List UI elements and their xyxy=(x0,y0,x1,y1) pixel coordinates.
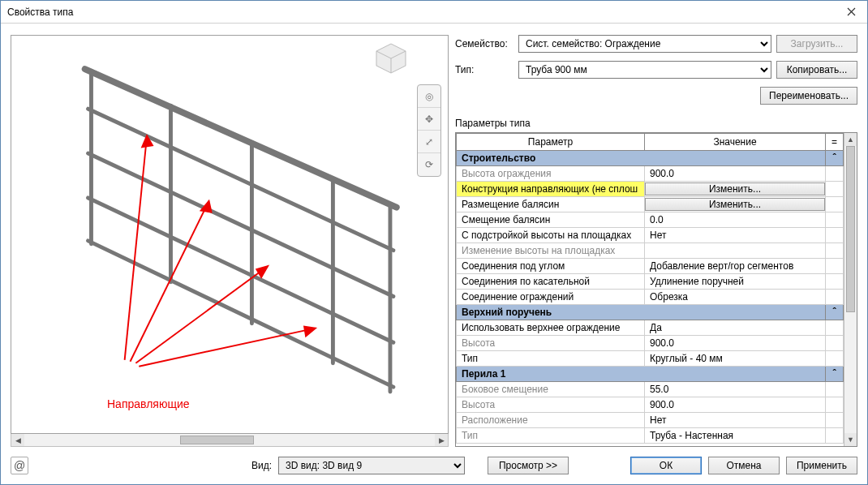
eq-cell xyxy=(826,212,844,228)
view-label: Вид: xyxy=(251,460,272,471)
param-cell: Размещение балясин xyxy=(457,197,645,212)
eq-cell xyxy=(826,351,844,367)
view-select[interactable]: 3D вид: 3D вид 9 xyxy=(278,457,465,474)
param-cell: Тип xyxy=(457,428,645,444)
preview-h-scroll[interactable]: ◀ ▶ xyxy=(11,434,449,447)
help-icon[interactable]: @ xyxy=(11,457,28,474)
param-cell: Смещение балясин xyxy=(457,212,645,228)
svg-line-5 xyxy=(85,69,397,208)
eq-cell xyxy=(826,336,844,351)
group-collapse-icon[interactable]: ˆ xyxy=(826,151,844,166)
param-cell: Высота xyxy=(457,336,645,351)
annotation-label: Направляющие xyxy=(107,397,190,410)
param-cell: Соединение ограждений xyxy=(457,290,645,305)
value-cell[interactable]: 55.0 xyxy=(645,382,826,397)
eq-cell xyxy=(826,259,844,274)
load-button[interactable]: Загрузить... xyxy=(776,35,857,53)
group-header[interactable]: Верхний поручень xyxy=(457,305,826,320)
preview-viewport[interactable]: ◎ ✥ ⤢ ⟳ Направляющие xyxy=(11,35,449,434)
nav-pan-icon[interactable]: ✥ xyxy=(418,108,440,131)
eq-cell xyxy=(826,290,844,305)
value-cell[interactable]: 900.0 xyxy=(645,166,826,182)
eq-cell xyxy=(826,166,844,182)
eq-cell xyxy=(826,228,844,243)
value-cell[interactable]: Добавление верт/гор сегментов xyxy=(645,259,826,274)
family-select[interactable]: Сист. семейство: Ограждение xyxy=(518,35,771,53)
copy-button[interactable]: Копировать... xyxy=(776,61,857,79)
nav-wheel-icon[interactable]: ◎ xyxy=(418,85,440,108)
scroll-left-icon[interactable]: ◀ xyxy=(11,434,24,446)
edit-button[interactable]: Изменить... xyxy=(645,198,825,211)
param-cell: Конструкция направляющих (не сплош xyxy=(457,182,645,197)
ok-button[interactable]: ОК xyxy=(630,457,702,474)
param-cell: Расположение xyxy=(457,413,645,428)
value-cell[interactable]: Труба - Настенная xyxy=(645,428,826,444)
param-cell: Соединения по касательной xyxy=(457,274,645,290)
scroll-up-icon[interactable]: ▲ xyxy=(844,133,857,146)
value-cell[interactable]: Да xyxy=(645,320,826,336)
svg-marker-15 xyxy=(256,266,268,277)
param-cell: Соединения под углом xyxy=(457,259,645,274)
svg-marker-17 xyxy=(304,327,316,337)
svg-line-6 xyxy=(88,109,393,250)
eq-cell xyxy=(826,182,844,197)
value-cell[interactable]: Удлинение поручней xyxy=(645,274,826,290)
rename-button[interactable]: Переименовать... xyxy=(760,87,857,105)
col-header-param[interactable]: Параметр xyxy=(457,134,645,151)
eq-cell xyxy=(826,397,844,413)
value-cell[interactable]: Нет xyxy=(645,413,826,428)
window-title: Свойства типа xyxy=(7,6,835,18)
param-cell: Использовать верхнее ограждение xyxy=(457,320,645,336)
value-cell[interactable]: 900.0 xyxy=(645,336,826,351)
eq-cell xyxy=(826,382,844,397)
value-cell[interactable]: Круглый - 40 мм xyxy=(645,351,826,367)
view-cube[interactable] xyxy=(373,41,409,76)
svg-line-16 xyxy=(139,328,316,367)
svg-line-14 xyxy=(135,266,268,363)
param-cell: С подстройкой высоты на площадках xyxy=(457,228,645,243)
param-cell: Высота xyxy=(457,397,645,413)
eq-cell xyxy=(826,413,844,428)
param-cell: Высота ограждения xyxy=(457,166,645,182)
svg-line-10 xyxy=(125,135,147,359)
nav-toolbar: ◎ ✥ ⤢ ⟳ xyxy=(417,84,441,177)
close-button[interactable] xyxy=(835,1,867,24)
apply-button[interactable]: Применить xyxy=(786,457,857,474)
type-label: Тип: xyxy=(455,64,513,75)
grid-v-scroll[interactable]: ▲ ▼ xyxy=(844,133,857,446)
cancel-button[interactable]: Отмена xyxy=(708,457,780,474)
scroll-down-icon[interactable]: ▼ xyxy=(844,433,857,446)
col-header-eq[interactable]: = xyxy=(826,134,844,151)
eq-cell xyxy=(826,274,844,290)
col-header-value[interactable]: Значение xyxy=(645,134,826,151)
type-select[interactable]: Труба 900 мм xyxy=(518,61,771,79)
value-cell[interactable]: Нет xyxy=(645,228,826,243)
group-collapse-icon[interactable]: ˆ xyxy=(826,305,844,320)
nav-orbit-icon[interactable]: ⟳ xyxy=(418,153,440,176)
edit-button[interactable]: Изменить... xyxy=(645,182,825,195)
eq-cell xyxy=(826,197,844,212)
params-section-label: Параметры типа xyxy=(455,118,857,129)
scroll-right-icon[interactable]: ▶ xyxy=(435,434,448,446)
value-cell[interactable]: Обрезка xyxy=(645,290,826,305)
eq-cell xyxy=(826,320,844,336)
param-cell: Тип xyxy=(457,351,645,367)
preview-button[interactable]: Просмотр >> xyxy=(488,457,569,474)
value-cell[interactable]: 0.0 xyxy=(645,212,826,228)
value-cell[interactable] xyxy=(645,243,826,259)
eq-cell xyxy=(826,243,844,259)
value-cell[interactable]: 900.0 xyxy=(645,397,826,413)
eq-cell xyxy=(826,428,844,444)
param-cell: Изменение высоты на площадках xyxy=(457,243,645,259)
nav-zoom-icon[interactable]: ⤢ xyxy=(418,131,440,153)
group-collapse-icon[interactable]: ˆ xyxy=(826,367,844,382)
param-cell: Боковое смещение xyxy=(457,382,645,397)
group-header[interactable]: Строительство xyxy=(457,151,826,166)
family-label: Семейство: xyxy=(455,38,513,49)
group-header[interactable]: Перила 1 xyxy=(457,367,826,382)
